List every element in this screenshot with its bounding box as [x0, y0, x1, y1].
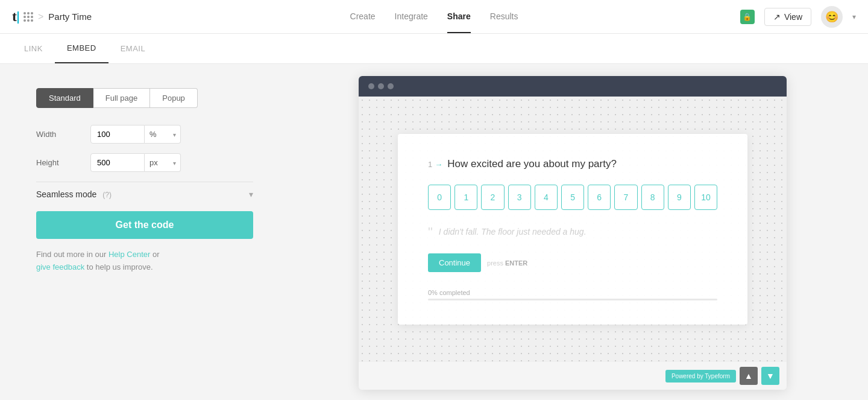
seamless-label: Seamless mode — [36, 189, 96, 199]
nav-integrate[interactable]: Integrate — [395, 11, 428, 22]
question-number-group: 1 → — [428, 160, 442, 169]
help-middle: or — [153, 250, 160, 259]
question-label: 1 → How excited are you about my party? — [428, 158, 717, 170]
help-suffix: to help us improve. — [87, 262, 153, 271]
titlebar-dot-2 — [378, 83, 384, 89]
preview-titlebar — [359, 76, 787, 97]
height-label: Height — [36, 158, 90, 167]
width-unit-select[interactable]: % px — [145, 125, 181, 144]
rating-9[interactable]: 9 — [668, 185, 691, 210]
logo[interactable]: t — [12, 8, 19, 25]
view-label: View — [784, 12, 802, 22]
rating-4[interactable]: 4 — [535, 185, 558, 210]
embed-type-group: Standard Full page Popup — [36, 88, 253, 108]
rating-5[interactable]: 5 — [561, 185, 584, 210]
preview-body: 1 → How excited are you about my party? … — [359, 97, 787, 362]
rating-6[interactable]: 6 — [588, 185, 611, 210]
app-header: t > Party Time Create Integrate Share Re… — [0, 0, 868, 34]
titlebar-dot-3 — [388, 83, 394, 89]
continue-row: Continue press ENTER — [428, 253, 717, 272]
progress-track — [428, 299, 717, 300]
width-label: Width — [36, 130, 90, 139]
tab-embed[interactable]: EMBED — [55, 34, 108, 63]
nav-create[interactable]: Create — [350, 11, 376, 22]
preview-panel: 1 → How excited are you about my party? … — [289, 64, 868, 400]
rating-1[interactable]: 1 — [454, 185, 477, 210]
height-unit-select[interactable]: px % — [145, 153, 181, 172]
header-right: 🔒 ↗ View 😊 ▾ — [518, 6, 856, 28]
lock-icon: 🔒 — [740, 10, 755, 24]
header-left: t > Party Time — [12, 8, 350, 25]
embed-type-fullpage[interactable]: Full page — [93, 88, 150, 108]
question-arrow-icon: → — [435, 160, 442, 169]
main-nav: Create Integrate Share Results — [350, 11, 518, 22]
seamless-mode-row[interactable]: Seamless mode (?) ▾ — [36, 182, 253, 206]
press-enter-text: press ENTER — [487, 259, 527, 267]
logo-letter: t — [12, 8, 17, 24]
grid-icon[interactable] — [24, 12, 33, 22]
nav-up-button[interactable]: ▲ — [740, 367, 758, 385]
quote-section: " I didn't fall. The floor just needed a… — [428, 227, 717, 239]
breadcrumb-separator: > — [38, 11, 43, 22]
rating-3[interactable]: 3 — [508, 185, 531, 210]
help-text: Find out more in our Help Center or give… — [36, 249, 253, 274]
nav-share[interactable]: Share — [447, 11, 471, 33]
nav-results[interactable]: Results — [490, 11, 518, 22]
question-text: How excited are you about my party? — [447, 158, 617, 170]
breadcrumb-title: Party Time — [48, 11, 92, 22]
height-input[interactable] — [90, 153, 145, 172]
tab-email[interactable]: EMAIL — [108, 34, 158, 63]
tab-link[interactable]: LINK — [12, 34, 55, 63]
rating-0[interactable]: 0 — [428, 185, 451, 210]
progress-bar-container: 0% completed — [428, 289, 717, 300]
question-number: 1 — [428, 160, 432, 169]
rating-7[interactable]: 7 — [614, 185, 637, 210]
view-button[interactable]: ↗ View — [764, 8, 811, 26]
sub-tab-bar: LINK EMBED EMAIL — [0, 34, 868, 64]
continue-button[interactable]: Continue — [428, 253, 481, 272]
external-link-icon: ↗ — [773, 12, 781, 22]
height-row: Height px % ▾ — [36, 153, 253, 172]
rating-row: 0 1 2 3 4 5 6 7 8 9 10 — [428, 185, 717, 210]
seamless-help-icon[interactable]: (?) — [102, 191, 112, 199]
logo-cursor — [17, 11, 19, 24]
rating-10[interactable]: 10 — [694, 185, 717, 210]
width-input[interactable] — [90, 125, 145, 144]
powered-by-label: Powered by Typeform — [665, 370, 736, 383]
quote-icon: " — [428, 226, 433, 239]
embed-settings-panel: Standard Full page Popup Width % px ▾ He… — [0, 64, 289, 400]
form-card: 1 → How excited are you about my party? … — [398, 134, 747, 325]
preview-footer: Powered by Typeform ▲ ▼ — [359, 362, 787, 390]
avatar-chevron-icon[interactable]: ▾ — [852, 13, 856, 21]
help-prefix: Find out more in our — [36, 250, 108, 259]
main-content: Standard Full page Popup Width % px ▾ He… — [0, 64, 868, 400]
width-row: Width % px ▾ — [36, 125, 253, 144]
progress-label: 0% completed — [428, 289, 717, 296]
help-center-link[interactable]: Help Center — [108, 250, 150, 259]
rating-8[interactable]: 8 — [641, 185, 664, 210]
titlebar-dot-1 — [368, 83, 374, 89]
rating-2[interactable]: 2 — [481, 185, 504, 210]
height-unit-wrapper: px % ▾ — [145, 153, 181, 172]
embed-type-standard[interactable]: Standard — [36, 88, 93, 108]
avatar[interactable]: 😊 — [821, 6, 843, 28]
embed-type-popup[interactable]: Popup — [150, 88, 198, 108]
feedback-link[interactable]: give feedback — [36, 262, 84, 271]
seamless-label-group: Seamless mode (?) — [36, 189, 112, 199]
get-code-button[interactable]: Get the code — [36, 211, 253, 239]
width-unit-wrapper: % px ▾ — [145, 125, 181, 144]
seamless-chevron-icon: ▾ — [249, 189, 253, 199]
quote-text: I didn't fall. The floor just needed a h… — [439, 227, 587, 237]
nav-down-button[interactable]: ▼ — [761, 367, 779, 385]
preview-window: 1 → How excited are you about my party? … — [359, 76, 787, 390]
